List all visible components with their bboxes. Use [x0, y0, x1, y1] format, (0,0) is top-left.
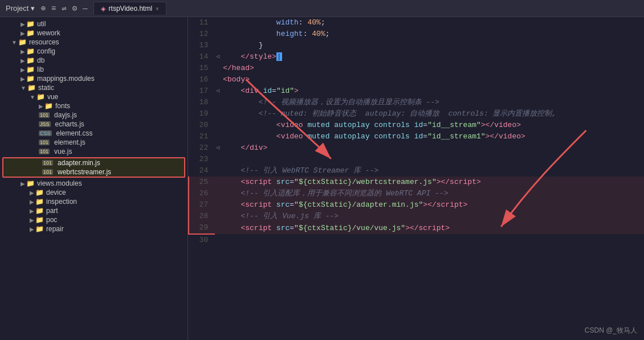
- code-content: <!-- 引入适配库，用于兼容不同浏览器的 WebRTC API -->: [223, 188, 644, 199]
- sidebar-item-adapter[interactable]: 101 adapter.min.js: [3, 158, 184, 167]
- sidebar-item-element-js[interactable]: 101 element.js: [0, 138, 188, 147]
- line-gutter: [215, 63, 223, 74]
- sidebar-label: device: [46, 189, 66, 196]
- sidebar-label: part: [46, 207, 58, 215]
- sidebar-label: vue.js: [54, 148, 72, 155]
- minimize-icon[interactable]: —: [83, 4, 87, 13]
- line-gutter: [215, 74, 223, 85]
- arrow-icon: ▶: [30, 208, 34, 214]
- js-icon: 101: [42, 169, 53, 175]
- code-content: <!-- 视频播放器，设置为自动播放且显示控制条 -->: [223, 97, 644, 108]
- code-content: <video muted autoplay controls id="id__s…: [223, 120, 644, 131]
- arrow-icon: ▶: [21, 58, 25, 64]
- split-icon[interactable]: ⇌: [62, 3, 66, 13]
- folder-icon: 📁: [26, 56, 35, 64]
- sidebar-item-echarts[interactable]: JSS echarts.js: [0, 120, 188, 129]
- arrow-icon: ▶: [30, 217, 34, 223]
- sidebar-item-resources[interactable]: ▼ 📁 resources: [0, 38, 188, 47]
- sidebar-item-static[interactable]: ▼ 📁 static: [0, 83, 188, 92]
- project-label[interactable]: Project ▾: [6, 4, 35, 13]
- line-gutter: [215, 234, 223, 246]
- sidebar-item-poc[interactable]: ▶ 📁 poc: [0, 215, 188, 224]
- sidebar-item-config[interactable]: ▶ 📁 config: [0, 47, 188, 56]
- line-gutter: [215, 188, 223, 199]
- sidebar-item-vue[interactable]: ▼ 📁 vue: [0, 92, 188, 101]
- code-line-19: 19 <!-- muted: 初始静音状态 autoplay: 自动播放 con…: [189, 108, 644, 120]
- sidebar-item-wework[interactable]: ▶ 📁 wework: [0, 28, 188, 38]
- sidebar-item-part[interactable]: ▶ 📁 part: [0, 206, 188, 215]
- sidebar-item-inspection[interactable]: ▶ 📁 inspection: [0, 197, 188, 206]
- code-content: }: [223, 40, 644, 51]
- sidebar-item-db[interactable]: ▶ 📁 db: [0, 56, 188, 65]
- line-gutter: [215, 28, 223, 40]
- sidebar-item-lib[interactable]: ▶ 📁 lib: [0, 65, 188, 74]
- code-line-13: 13 }: [189, 40, 644, 51]
- folder-icon: 📁: [26, 47, 35, 55]
- arrow-icon: ▶: [21, 30, 25, 36]
- sidebar-label: wework: [37, 29, 60, 37]
- code-line-16: 16 <body>: [189, 74, 644, 85]
- settings-icon[interactable]: ⚙: [72, 3, 77, 13]
- arrow-icon: ▶: [21, 67, 25, 73]
- code-line-18: 18 <!-- 视频播放器，设置为自动播放且显示控制条 -->: [189, 97, 644, 108]
- folder-icon: 📁: [35, 225, 44, 233]
- sidebar-item-mappings[interactable]: ▶ 📁 mappings.modules: [0, 74, 188, 83]
- code-content: <!-- 引入 WebRTC Streamer 库 -->: [223, 165, 644, 177]
- code-content: </div>: [223, 142, 644, 154]
- sidebar-label: element.js: [54, 138, 85, 146]
- sidebar-label: lib: [37, 65, 44, 73]
- sidebar-item-repair[interactable]: ▶ 📁 repair: [0, 224, 188, 234]
- sidebar-item-dayjs[interactable]: 101 dayjs.js: [0, 110, 188, 120]
- code-line-22: 22 ◁ </div>: [189, 142, 644, 154]
- folder-icon: 📁: [26, 29, 35, 37]
- sidebar-item-fonts[interactable]: ▶ 📁 fonts: [0, 101, 188, 110]
- arrow-icon: ▶: [30, 190, 34, 196]
- tab-filename: rtspVideo.html: [109, 5, 152, 13]
- line-number: 29: [189, 222, 215, 234]
- sidebar-label: poc: [46, 216, 57, 224]
- line-gutter: [215, 154, 223, 165]
- code-line-28: 28 <!-- 引入 Vue.js 库 -->: [189, 211, 644, 222]
- line-number: 24: [189, 165, 215, 177]
- sidebar-item-vuejs[interactable]: 101 vue.js: [0, 147, 188, 156]
- tab-close-btn[interactable]: ×: [156, 6, 159, 12]
- sidebar-label: webrtcstreamer.js: [58, 168, 111, 176]
- line-number: 19: [189, 108, 215, 120]
- sidebar-item-views[interactable]: ▶ 📁 views.modules: [0, 179, 188, 188]
- sidebar-item-device[interactable]: ▶ 📁 device: [0, 188, 188, 197]
- line-number: 21: [189, 131, 215, 142]
- line-gutter: [215, 131, 223, 142]
- sidebar-label: config: [37, 47, 55, 55]
- sidebar-label: vue: [47, 93, 58, 101]
- code-line-30: 30: [189, 234, 644, 246]
- folder-icon: 📁: [26, 75, 35, 83]
- sidebar-label: echarts.js: [55, 120, 84, 128]
- code-line-12: 12 height: 40%;: [189, 28, 644, 40]
- line-gutter: ◁: [215, 85, 223, 97]
- js-icon: 101: [39, 140, 50, 145]
- add-icon[interactable]: ⊕: [40, 3, 45, 13]
- line-gutter: [215, 222, 223, 234]
- line-number: 30: [189, 234, 215, 246]
- sidebar-item-webrtcstreamer[interactable]: 101 webrtcstreamer.js: [3, 167, 184, 177]
- arrow-icon: ▼: [11, 39, 17, 46]
- line-number: 18: [189, 97, 215, 108]
- folder-icon: 📁: [27, 84, 36, 92]
- code-content: [223, 234, 644, 246]
- arrow-icon: ▶: [21, 21, 25, 27]
- sidebar: ▶ 📁 util ▶ 📁 wework ▼ 📁 resources ▶ 📁 co…: [0, 17, 188, 340]
- fold-arrow: ◁: [216, 145, 219, 151]
- line-gutter: [215, 97, 223, 108]
- js-icon: JSS: [39, 121, 51, 127]
- main-content: ▶ 📁 util ▶ 📁 wework ▼ 📁 resources ▶ 📁 co…: [0, 17, 644, 340]
- arrow-icon: ▶: [21, 48, 25, 55]
- line-number: 14: [189, 51, 215, 63]
- sidebar-item-util[interactable]: ▶ 📁 util: [0, 19, 188, 28]
- tab-rtspvideo[interactable]: ◈ rtspVideo.html ×: [93, 2, 166, 15]
- sidebar-item-element-css[interactable]: CSS element.css: [0, 129, 188, 138]
- sidebar-label: util: [37, 20, 46, 28]
- code-content: <!-- muted: 初始静音状态 autoplay: 自动播放 contro…: [223, 108, 644, 120]
- code-editor[interactable]: 11 width: 40%; 12 height: 40%; 13 }: [188, 17, 644, 340]
- line-gutter: [215, 177, 223, 188]
- list-icon[interactable]: ≡: [51, 4, 56, 13]
